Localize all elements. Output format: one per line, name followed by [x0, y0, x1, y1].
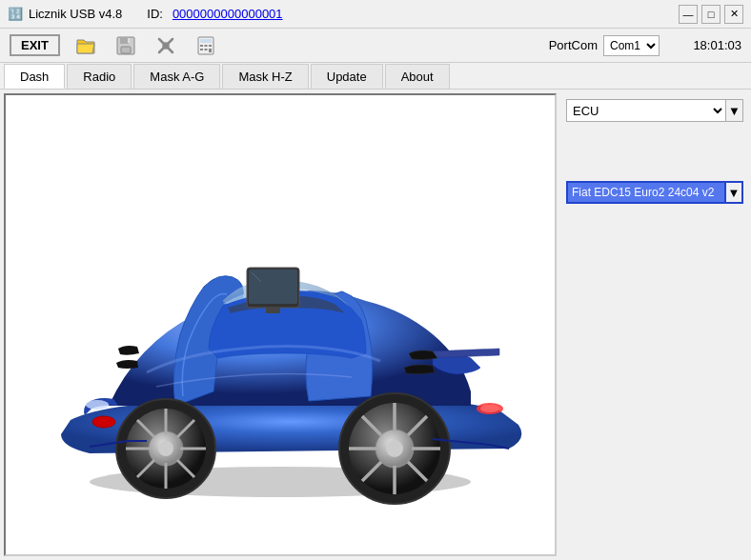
title-bar-left: 🔢 Licznik USB v4.8 ID: 0000000000000001: [8, 7, 283, 22]
calculator-icon[interactable]: [195, 35, 216, 56]
tools-icon[interactable]: [155, 35, 176, 56]
save-icon[interactable]: [115, 35, 136, 56]
svg-rect-13: [204, 49, 207, 50]
svg-point-39: [386, 440, 403, 457]
toolbar: EXIT: [0, 29, 751, 63]
exit-button[interactable]: EXIT: [10, 34, 60, 56]
svg-rect-22: [266, 308, 280, 313]
tab-radio[interactable]: Radio: [67, 64, 132, 89]
portcom-select[interactable]: Com1 Com2 Com3 Com4: [603, 35, 660, 56]
car-image-area: [4, 93, 557, 556]
main-content: ECU ▼ Fiat EDC15 Euro2 24c04 v2 ▼: [0, 90, 751, 560]
minimize-button[interactable]: —: [679, 5, 698, 24]
svg-rect-11: [209, 45, 212, 47]
svg-rect-3: [128, 38, 130, 43]
fiat-dropdown-container: Fiat EDC15 Euro2 24c04 v2 ▼: [566, 181, 743, 204]
portcom-label: PortCom: [549, 38, 598, 52]
right-panel: ECU ▼ Fiat EDC15 Euro2 24c04 v2 ▼: [562, 93, 747, 556]
close-button[interactable]: ✕: [724, 5, 743, 24]
ecu-dropdown-container: ECU ▼: [566, 99, 743, 122]
nav-tabs: Dash Radio Mask A-G Mask H-Z Update Abou…: [0, 63, 751, 90]
toolbar-icons: [75, 35, 534, 56]
svg-rect-12: [200, 49, 203, 50]
tab-update[interactable]: Update: [311, 64, 383, 89]
maximize-button[interactable]: □: [701, 5, 721, 24]
svg-rect-1: [120, 37, 129, 44]
app-icon: 🔢: [8, 7, 23, 22]
svg-rect-8: [200, 39, 212, 43]
tab-mask-hz[interactable]: Mask H-Z: [222, 64, 308, 89]
device-id-value: 0000000000000001: [173, 7, 283, 21]
fiat-dropdown-arrow[interactable]: ▼: [726, 181, 743, 204]
svg-rect-9: [200, 45, 203, 47]
fiat-select[interactable]: Fiat EDC15 Euro2 24c04 v2: [566, 181, 726, 204]
ecu-dropdown-arrow[interactable]: ▼: [726, 99, 743, 122]
tab-dash[interactable]: Dash: [4, 64, 65, 89]
svg-point-27: [158, 441, 173, 456]
tab-about[interactable]: About: [385, 64, 450, 89]
portcom-section: PortCom Com1 Com2 Com3 Com4: [549, 35, 660, 56]
app-title: Licznik USB v4.8: [29, 7, 122, 21]
open-folder-icon[interactable]: [75, 35, 96, 56]
svg-point-48: [92, 416, 115, 428]
svg-point-18: [480, 405, 499, 412]
svg-point-16: [86, 400, 109, 410]
svg-rect-10: [204, 45, 207, 47]
clock-display: 18:01:03: [675, 38, 741, 52]
tab-mask-ag[interactable]: Mask A-G: [133, 64, 220, 89]
window-controls: — □ ✕: [679, 5, 743, 24]
car-image: [6, 95, 555, 554]
title-bar: 🔢 Licznik USB v4.8 ID: 0000000000000001 …: [0, 0, 751, 29]
svg-rect-2: [121, 47, 131, 53]
svg-rect-21: [249, 270, 297, 304]
ecu-select[interactable]: ECU: [566, 99, 726, 122]
device-id-label: ID:: [147, 7, 163, 21]
svg-rect-14: [209, 49, 212, 52]
